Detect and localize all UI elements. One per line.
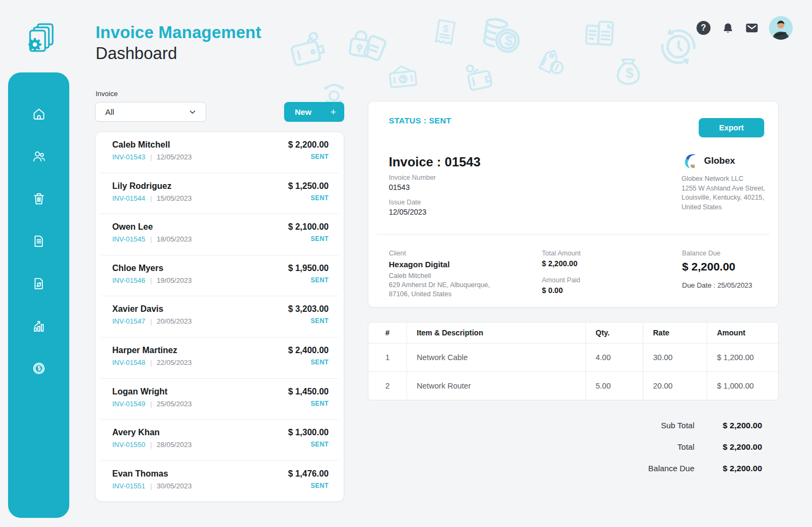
invoice-list-item[interactable]: Xavier Davis $ 3,203.00 INV-01547 | 20/0… xyxy=(96,296,344,338)
issue-date-value: 12/05/2023 xyxy=(389,208,426,216)
status-badge: SENT xyxy=(310,400,329,408)
gear-icon xyxy=(28,38,41,51)
company-line: United States xyxy=(682,203,765,213)
invoice-number-link[interactable]: INV-01546 xyxy=(112,276,145,284)
invoice-number-link[interactable]: INV-01551 xyxy=(112,482,145,490)
invoice-number-link[interactable]: INV-01549 xyxy=(112,400,145,408)
invoice-filter-select[interactable]: All xyxy=(95,102,206,122)
svg-text:$: $ xyxy=(442,23,450,34)
company-line: Louisville, Kentucky, 40215, xyxy=(682,193,765,203)
invoice-list-item[interactable]: Evan Thomas $ 1,476.00 INV-01551 | 30/05… xyxy=(96,461,344,502)
client-name: Lily Rodriguez xyxy=(112,181,171,191)
divider: | xyxy=(150,194,151,202)
invoice-date: 15/05/2023 xyxy=(157,194,192,202)
bell-icon[interactable] xyxy=(721,21,735,35)
invoice-amount: $ 1,476.00 xyxy=(288,469,329,479)
clients-icon xyxy=(32,149,46,164)
table-body: 1 Network Cable 4.00 30.00 $ 1,200.00 2 … xyxy=(368,343,778,400)
table-row: 2 Network Router 5.00 20.00 $ 1,000.00 xyxy=(368,372,778,400)
svg-text:$: $ xyxy=(401,72,408,85)
amounts-block: Total Amount $ 2,200.00 Amount Paid $ 0.… xyxy=(542,250,581,295)
totals-row: Sub Total $ 2,200.00 xyxy=(579,421,762,430)
cell-description: Network Cable xyxy=(407,343,586,371)
status-line: STATUS : SENT xyxy=(389,116,451,125)
invoice-list-item[interactable]: Owen Lee $ 2,100.00 INV-01545 | 18/05/20… xyxy=(96,214,344,255)
sidebar-item-reports[interactable] xyxy=(32,319,46,333)
total-amount-label: Total Amount xyxy=(542,250,581,257)
avatar[interactable] xyxy=(769,16,793,40)
invoice-date: 20/05/2023 xyxy=(157,317,192,325)
invoice-amount: $ 1,250.00 xyxy=(288,181,329,191)
invoice-number-link[interactable]: INV-01544 xyxy=(112,194,145,202)
cell-amount: $ 1,200.00 xyxy=(707,343,778,371)
sidebar-item-home[interactable] xyxy=(32,107,46,121)
new-invoice-button[interactable]: New + xyxy=(284,102,344,122)
company-address: Globex Network LLC 1255 W Ashland Ave St… xyxy=(682,174,765,212)
export-button[interactable]: Export xyxy=(699,118,764,137)
table-header-cell: Qty. xyxy=(586,323,643,343)
invoice-number-link[interactable]: INV-01547 xyxy=(112,317,145,325)
client-address-line: 629 Amherst Dr NE, Albuquerque, xyxy=(389,281,512,290)
amount-paid-value: $ 0.00 xyxy=(542,286,581,295)
status-badge: SENT xyxy=(310,317,329,325)
sidebar-item-payments[interactable]: $ xyxy=(32,361,46,376)
invoice-number-link[interactable]: INV-01545 xyxy=(112,235,145,243)
invoice-list-item[interactable]: Chloe Myers $ 1,950.00 INV-01546 | 19/05… xyxy=(96,255,344,297)
sidebar-item-recurring[interactable] xyxy=(32,276,46,291)
status-badge: SENT xyxy=(310,194,329,202)
client-block: Client Hexagon Digital Caleb Mitchell 62… xyxy=(389,250,512,299)
filter-value: All xyxy=(105,107,114,116)
trash-icon xyxy=(32,192,46,206)
client-name: Harper Martinez xyxy=(112,346,177,355)
coins-dollar-icon: $ xyxy=(477,12,527,62)
help-icon[interactable]: ? xyxy=(697,21,711,35)
balance-due-label: Balance Due xyxy=(682,250,752,257)
invoice-amount: $ 1,450.00 xyxy=(288,387,329,397)
mail-icon[interactable] xyxy=(745,21,759,35)
receipt-dollar-icon: $ xyxy=(427,14,463,50)
divider: | xyxy=(150,276,151,284)
client-name: Avery Khan xyxy=(112,428,160,437)
home-icon xyxy=(32,107,46,121)
cell-index: 1 xyxy=(368,343,407,371)
sidebar-item-trash[interactable] xyxy=(32,192,46,206)
table-header-cell: # xyxy=(368,323,407,343)
cell-rate: 30.00 xyxy=(643,343,707,371)
sidebar-item-documents[interactable] xyxy=(32,234,46,248)
company-line: Globex Network LLC xyxy=(682,174,765,184)
client-name: Evan Thomas xyxy=(112,469,168,479)
totals-row: Total $ 2,200.00 xyxy=(579,442,762,452)
divider: | xyxy=(150,441,151,449)
cell-amount: $ 1,000.00 xyxy=(707,372,778,400)
table-header-cell: Item & Description xyxy=(407,323,586,343)
invoice-list-item[interactable]: Avery Khan $ 1,300.00 INV-01550 | 28/05/… xyxy=(96,420,344,461)
lock-card-icon xyxy=(344,24,390,70)
invoice-list-item[interactable]: Logan Wright $ 1,450.00 INV-01549 | 25/0… xyxy=(96,379,344,420)
status-badge: SENT xyxy=(310,276,329,284)
wallet-icon xyxy=(284,27,331,74)
company-name: Globex xyxy=(704,156,735,166)
invoice-number-link[interactable]: INV-01550 xyxy=(112,441,145,449)
invoice-number-label: Invoice Number xyxy=(389,174,436,181)
sidebar-item-clients[interactable] xyxy=(32,149,46,164)
client-name: Logan Wright xyxy=(112,387,168,397)
invoice-number-value: 01543 xyxy=(389,183,436,192)
client-name: Owen Lee xyxy=(112,222,153,232)
invoice-list-item[interactable]: Harper Martinez $ 2,400.00 INV-01548 | 2… xyxy=(96,338,344,379)
due-date: Due Date : 25/05/2023 xyxy=(682,281,752,289)
items-table: #Item & DescriptionQty.RateAmount 1 Netw… xyxy=(368,322,779,400)
totals-row: Balance Due $ 2,200.00 xyxy=(579,464,762,473)
amount-paid-label: Amount Paid xyxy=(542,276,581,284)
invoice-number-link[interactable]: INV-01548 xyxy=(112,358,145,367)
invoice-list-item[interactable]: Caleb Mitchell $ 2,200.00 INV-01543 | 12… xyxy=(96,132,344,173)
divider: | xyxy=(150,153,151,161)
divider: | xyxy=(150,317,151,325)
page-subtitle: Dashboard xyxy=(96,43,262,64)
globex-logo-icon: G xyxy=(682,152,700,170)
invoice-number-link[interactable]: INV-01543 xyxy=(112,153,145,161)
divider: | xyxy=(150,358,151,367)
totals-value: $ 2,200.00 xyxy=(694,442,762,452)
invoice-list-item[interactable]: Lily Rodriguez $ 1,250.00 INV-01544 | 15… xyxy=(96,173,344,215)
table-row: 1 Network Cable 4.00 30.00 $ 1,200.00 xyxy=(368,343,778,372)
invoice-date: 28/05/2023 xyxy=(157,441,192,449)
